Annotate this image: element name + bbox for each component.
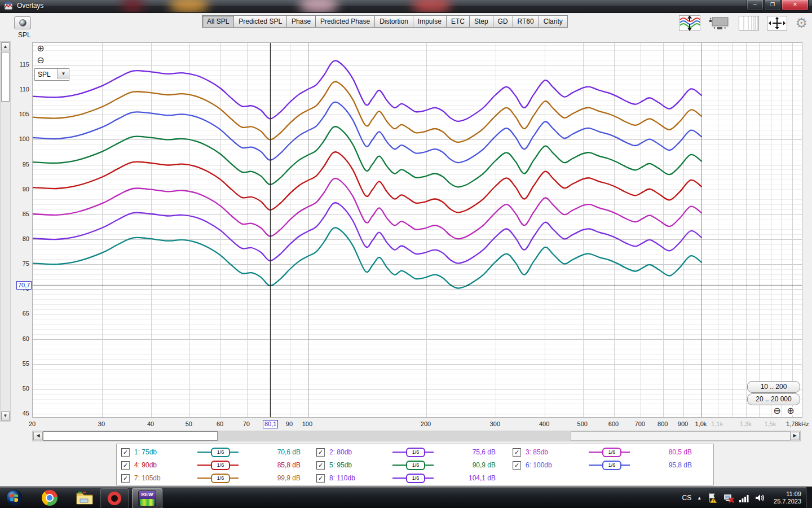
y-tick-label: 105 xyxy=(14,111,29,117)
legend-checkbox[interactable]: ✓ xyxy=(513,461,521,470)
tab-clarity[interactable]: Clarity xyxy=(539,15,568,28)
tab-predicted-phase[interactable]: Predicted Phase xyxy=(315,15,375,28)
measurement-name[interactable]: 1: 75db xyxy=(134,448,197,456)
horizontal-scrollbar[interactable]: ◀ ▶ xyxy=(32,431,801,441)
y-zoom-out-button[interactable]: ⊖ xyxy=(36,56,45,65)
legend-checkbox[interactable]: ✓ xyxy=(121,448,130,457)
smoothing-badge[interactable]: 1/6 xyxy=(406,461,425,470)
scroll-right-arrow[interactable]: ▶ xyxy=(790,432,800,440)
x-zoom-in-button[interactable]: ⊕ xyxy=(786,406,795,415)
svg-text:!: ! xyxy=(713,498,714,503)
tab-etc[interactable]: ETC xyxy=(446,15,470,28)
frequency-columns-icon[interactable] xyxy=(739,16,759,30)
scroll-left-arrow[interactable]: ◀ xyxy=(33,432,43,440)
range-button-20-20000[interactable]: 20 .. 20 000 xyxy=(747,393,800,405)
graph-mode-select[interactable]: SPL ▼ xyxy=(34,68,69,81)
tab-predicted-spl[interactable]: Predicted SPL xyxy=(233,15,287,28)
minimize-button[interactable]: ─ xyxy=(747,0,764,11)
scroll-up-arrow[interactable]: ▲ xyxy=(1,42,10,51)
x-tick-label: 700 xyxy=(635,421,645,427)
network-disconnected-icon[interactable] xyxy=(723,493,734,503)
tab-distortion[interactable]: Distortion xyxy=(374,15,413,28)
tab-step[interactable]: Step xyxy=(469,15,493,28)
legend-checkbox[interactable]: ✓ xyxy=(121,474,130,483)
y-tick-label: 115 xyxy=(14,61,29,68)
cursor-level-readout: 70,7 xyxy=(16,281,32,290)
smoothing-badge[interactable]: 1/6 xyxy=(211,448,230,457)
legend-line xyxy=(621,452,630,453)
legend-checkbox[interactable]: ✓ xyxy=(513,448,521,457)
vertical-scrollbar[interactable]: ▲ ▼ xyxy=(0,41,11,422)
tab-phase[interactable]: Phase xyxy=(286,15,316,28)
spl-curve-5 xyxy=(33,126,701,187)
chrome-taskbar-icon[interactable] xyxy=(39,488,60,507)
x-tick-label: 1,78kHz xyxy=(786,421,809,427)
tray-clock[interactable]: 11:09 25.7.2023 xyxy=(774,491,801,505)
tab-gd[interactable]: GD xyxy=(493,15,513,28)
x-tick-label: 1,1k xyxy=(711,421,723,427)
range-button-10-200[interactable]: 10 .. 200 xyxy=(747,381,800,393)
app-icon xyxy=(5,2,12,10)
capture-graph-button[interactable] xyxy=(14,16,31,29)
cursor-value: 90,9 dB xyxy=(442,461,496,469)
title-bar: Overlays ─ ❐ ✕ xyxy=(0,0,812,13)
measurement-name[interactable]: 2: 80db xyxy=(329,448,392,456)
system-tray: CS ▲ ! xyxy=(676,487,812,508)
smoothing-badge[interactable]: 1/6 xyxy=(602,461,621,470)
scroll-track-segment[interactable] xyxy=(571,431,791,441)
smoothing-badge[interactable]: 1/6 xyxy=(211,461,230,470)
measurement-name[interactable]: 7: 105db xyxy=(134,474,197,482)
measurement-name[interactable]: 6: 100db xyxy=(526,461,589,469)
legend-checkbox[interactable]: ✓ xyxy=(121,461,130,470)
signal-strength-icon[interactable] xyxy=(739,493,750,503)
opera-taskbar-button[interactable] xyxy=(100,488,129,508)
smoothing-badge[interactable]: 1/6 xyxy=(602,448,621,457)
volume-icon[interactable] xyxy=(754,493,766,503)
tray-expand-icon[interactable]: ▲ xyxy=(697,496,701,501)
pan-thumbnail-icon[interactable] xyxy=(708,15,731,31)
x-tick-label: 40 xyxy=(147,421,154,427)
cursor-value: 80,5 dB xyxy=(638,448,692,456)
y-zoom-in-button[interactable]: ⊕ xyxy=(36,44,45,53)
legend-line xyxy=(589,452,602,453)
move-axes-icon[interactable] xyxy=(767,16,787,30)
legend-checkbox[interactable]: ✓ xyxy=(316,461,325,470)
tab-rt60[interactable]: RT60 xyxy=(513,15,539,28)
action-center-flag-icon[interactable]: ! xyxy=(707,493,718,503)
legend-line xyxy=(197,452,211,453)
measurement-name[interactable]: 3: 85db xyxy=(526,448,589,456)
legend-line xyxy=(392,478,406,479)
vertical-scroll-thumb[interactable] xyxy=(1,52,10,102)
spl-graph[interactable] xyxy=(32,42,802,418)
overlay-curves-icon[interactable] xyxy=(679,15,700,31)
tab-impulse[interactable]: Impulse xyxy=(413,15,447,28)
rew-taskbar-button[interactable]: REW xyxy=(132,488,162,508)
smoothing-badge[interactable]: 1/6 xyxy=(406,474,425,483)
scroll-down-arrow[interactable]: ▼ xyxy=(1,411,10,421)
cursor-frequency-readout: 80,1 xyxy=(263,420,278,428)
x-tick-label: 500 xyxy=(577,421,588,427)
legend-checkbox[interactable]: ✓ xyxy=(316,474,325,483)
close-button[interactable]: ✕ xyxy=(782,0,809,11)
explorer-taskbar-icon[interactable] xyxy=(74,488,95,507)
smoothing-badge[interactable]: 1/6 xyxy=(211,474,230,483)
start-button[interactable] xyxy=(5,488,24,507)
smoothing-badge[interactable]: 1/6 xyxy=(406,448,425,457)
x-zoom-out-button[interactable]: ⊖ xyxy=(773,406,782,415)
y-tick-label: 50 xyxy=(14,385,29,392)
settings-gear-icon[interactable]: ⚙ xyxy=(795,15,807,31)
legend-entry-6: ✓6: 100db1/695,8 dB xyxy=(513,460,703,470)
language-indicator[interactable]: CS xyxy=(676,494,697,502)
measurement-name[interactable]: 5: 95db xyxy=(329,461,392,469)
horizontal-scroll-thumb[interactable] xyxy=(43,431,218,441)
y-tick-label: 45 xyxy=(14,410,29,417)
tab-all-spl[interactable]: All SPL xyxy=(202,15,234,28)
measurement-name[interactable]: 4: 90db xyxy=(134,461,197,469)
cursor-value: 70,6 dB xyxy=(246,448,301,456)
show-desktop-button[interactable] xyxy=(806,487,812,508)
toolbar-icons: ⚙ xyxy=(679,14,807,32)
maximize-button[interactable]: ❐ xyxy=(764,0,781,11)
measurement-name[interactable]: 8: 110db xyxy=(329,474,392,482)
legend-checkbox[interactable]: ✓ xyxy=(316,448,325,457)
background-blob xyxy=(299,0,338,13)
